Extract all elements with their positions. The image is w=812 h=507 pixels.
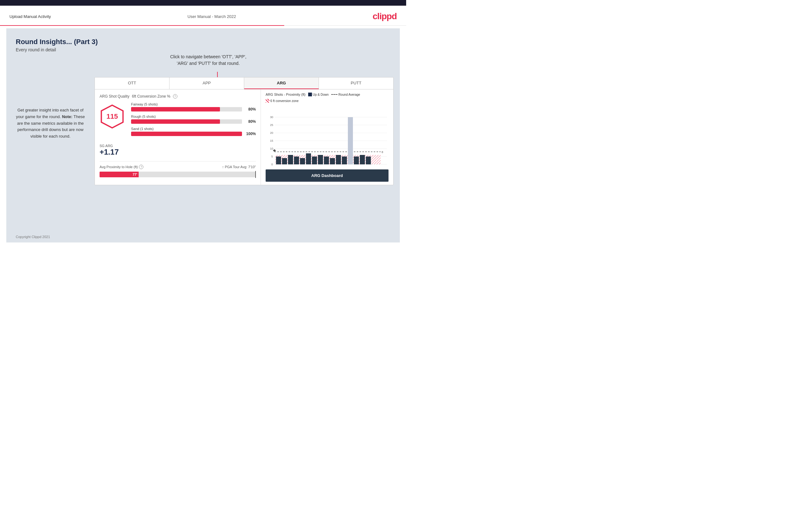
shot-quality-header: ARG Shot Quality 6ft Conversion Zone % ? bbox=[100, 94, 256, 99]
header: Upload Manual Activity User Manual - Mar… bbox=[0, 6, 406, 25]
svg-rect-35 bbox=[348, 117, 353, 164]
svg-text:5: 5 bbox=[271, 155, 273, 158]
tab-ott[interactable]: OTT bbox=[95, 77, 169, 89]
bar-fill-fairway bbox=[131, 107, 220, 111]
sg-value: +1.17 bbox=[100, 148, 256, 157]
chart-svg: 0 5 10 15 20 25 30 bbox=[266, 104, 389, 167]
bar-label-fairway: Fairway (5 shots) bbox=[131, 102, 256, 106]
svg-rect-24 bbox=[282, 158, 287, 164]
legend-6ft: 6 ft conversion zone bbox=[266, 99, 299, 103]
chart-title: ARG Shots - Proximity (ft) bbox=[266, 93, 306, 96]
legend-up-down: Up & Down bbox=[308, 93, 329, 96]
svg-text:10: 10 bbox=[270, 147, 273, 150]
legend-hatched-icon bbox=[266, 99, 269, 103]
nav-hint-line2: 'ARG' and 'PUTT' for that round. bbox=[177, 61, 240, 66]
proximity-section: Avg Proximity to Hole (ft) ? ↑ PGA Tour … bbox=[100, 161, 256, 178]
bar-fill-rough bbox=[131, 119, 220, 124]
svg-rect-37 bbox=[360, 155, 365, 164]
bar-pct-rough: 80% bbox=[244, 119, 256, 124]
pga-tour-avg: ↑ PGA Tour Avg: 7'10" bbox=[222, 165, 256, 169]
bar-track-rough: 80% bbox=[131, 119, 256, 124]
logo: clippd bbox=[373, 11, 397, 21]
proximity-header: Avg Proximity to Hole (ft) ? ↑ PGA Tour … bbox=[100, 165, 256, 169]
svg-text:0: 0 bbox=[271, 163, 273, 166]
sg-label: SG ARG bbox=[100, 144, 256, 148]
bar-bg-rough bbox=[131, 119, 242, 124]
bar-row-rough: Rough (5 shots) 80% bbox=[131, 115, 256, 124]
tab-bar: OTT APP ARG PUTT bbox=[95, 77, 393, 90]
upload-link[interactable]: Upload Manual Activity bbox=[9, 14, 51, 19]
proximity-value: 77' bbox=[133, 173, 137, 176]
card-body: ARG Shot Quality 6ft Conversion Zone % ?… bbox=[95, 90, 393, 185]
bar-fill-sand bbox=[131, 132, 242, 136]
bar-pct-fairway: 80% bbox=[244, 107, 256, 111]
proximity-marker bbox=[255, 171, 256, 178]
sq-label: ARG Shot Quality bbox=[100, 94, 130, 99]
nav-hint-line1: Click to navigate between 'OTT', 'APP', bbox=[170, 54, 246, 59]
section-subtitle: Every round in detail bbox=[16, 47, 391, 52]
hexagon-wrap: 115 bbox=[100, 104, 125, 129]
proximity-bar: 77' bbox=[100, 171, 256, 178]
bar-pct-sand: 100% bbox=[244, 132, 256, 136]
legend-dashed-icon bbox=[331, 94, 338, 95]
proximity-label: Avg Proximity to Hole (ft) ? bbox=[100, 165, 143, 169]
proximity-label-text: Avg Proximity to Hole (ft) bbox=[100, 165, 138, 169]
sq-sub: 6ft Conversion Zone % bbox=[132, 94, 170, 99]
bar-label-rough: Rough (5 shots) bbox=[131, 115, 256, 118]
left-description: Get greater insight into each facet of y… bbox=[16, 107, 85, 140]
svg-rect-31 bbox=[324, 157, 329, 164]
svg-marker-19 bbox=[273, 149, 276, 152]
svg-text:15: 15 bbox=[270, 139, 273, 142]
card-left-panel: ARG Shot Quality 6ft Conversion Zone % ?… bbox=[95, 90, 261, 185]
bar-bg-sand bbox=[131, 132, 242, 136]
hex-area: 115 Fairway (5 shots) 80% bbox=[100, 102, 256, 139]
bars-section: Fairway (5 shots) 80% Rough (5 shots) bbox=[131, 102, 256, 139]
svg-rect-29 bbox=[312, 157, 317, 164]
note-bold: Note: bbox=[62, 114, 72, 119]
svg-rect-36 bbox=[354, 157, 359, 164]
arg-dashboard-button[interactable]: ARG Dashboard bbox=[266, 169, 389, 182]
svg-rect-23 bbox=[276, 157, 281, 164]
svg-rect-32 bbox=[330, 158, 335, 164]
bar-label-sand: Sand (1 shots) bbox=[131, 127, 256, 131]
bar-track-fairway: 80% bbox=[131, 107, 256, 111]
svg-rect-38 bbox=[366, 157, 371, 164]
hex-score: 115 bbox=[106, 112, 118, 121]
svg-rect-30 bbox=[318, 155, 323, 164]
chart-area: 0 5 10 15 20 25 30 bbox=[266, 104, 389, 167]
legend-up-down-label: Up & Down bbox=[313, 93, 329, 96]
tab-arg[interactable]: ARG bbox=[244, 77, 319, 89]
proximity-bar-bg: 77' bbox=[100, 172, 255, 177]
legend-box-icon bbox=[308, 93, 312, 96]
bar-row-sand: Sand (1 shots) 100% bbox=[131, 127, 256, 136]
prox-help-icon[interactable]: ? bbox=[139, 165, 143, 169]
section-title: Round Insights... (Part 3) bbox=[16, 38, 391, 46]
svg-text:30: 30 bbox=[270, 116, 273, 119]
svg-text:25: 25 bbox=[270, 123, 273, 127]
bar-row-fairway: Fairway (5 shots) 80% bbox=[131, 102, 256, 111]
bar-track-sand: 100% bbox=[131, 132, 256, 136]
tab-putt[interactable]: PUTT bbox=[319, 77, 393, 89]
svg-rect-28 bbox=[306, 153, 311, 164]
chart-header: ARG Shots - Proximity (ft) Up & Down Rou… bbox=[266, 93, 389, 103]
svg-text:8: 8 bbox=[382, 151, 383, 154]
tab-app[interactable]: APP bbox=[169, 77, 244, 89]
legend-round-avg: Round Average bbox=[331, 93, 360, 96]
main-content: Round Insights... (Part 3) Every round i… bbox=[6, 29, 400, 242]
card-right-panel: ARG Shots - Proximity (ft) Up & Down Rou… bbox=[261, 90, 393, 185]
bar-bg-fairway bbox=[131, 107, 242, 111]
footer: Copyright Clippd 2021 bbox=[16, 235, 50, 239]
proximity-bar-fill: 77' bbox=[100, 172, 139, 177]
nav-hint: Click to navigate between 'OTT', 'APP', … bbox=[170, 54, 246, 67]
sg-area: SG ARG +1.17 bbox=[100, 144, 256, 157]
help-icon[interactable]: ? bbox=[173, 94, 177, 99]
svg-text:20: 20 bbox=[270, 131, 273, 134]
header-divider bbox=[0, 25, 406, 26]
round-insights-card: OTT APP ARG PUTT ARG Shot Quality 6ft Co… bbox=[95, 77, 394, 185]
hexagon: 115 bbox=[100, 104, 125, 129]
header-center-title: User Manual - March 2022 bbox=[188, 14, 236, 19]
svg-rect-34 bbox=[342, 157, 347, 164]
svg-rect-33 bbox=[336, 155, 341, 164]
svg-rect-27 bbox=[300, 158, 305, 164]
svg-rect-25 bbox=[288, 155, 293, 164]
